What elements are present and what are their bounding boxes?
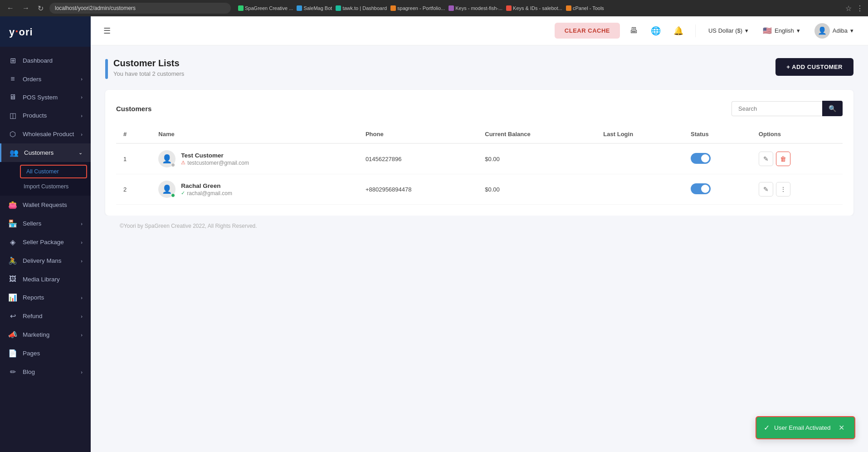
notification-button[interactable]: 🔔 <box>671 23 686 39</box>
star-icon[interactable]: ☆ <box>845 4 852 13</box>
cell-phone: +8802956894478 <box>358 174 478 205</box>
sidebar-item-delivery[interactable]: 🚴 Delivery Mans › <box>0 251 91 270</box>
reload-button[interactable]: ↻ <box>35 3 46 14</box>
language-selector[interactable]: 🇺🇸 English ▾ <box>759 25 804 37</box>
sidebar-item-marketing[interactable]: 📣 Marketing › <box>0 325 91 344</box>
sidebar-item-refund[interactable]: ↩ Refund › <box>0 307 91 325</box>
bookmark-1[interactable]: SpaGreen Creative ... <box>238 5 293 11</box>
toast-check-icon: ✓ <box>764 423 770 432</box>
bookmark-6[interactable]: Keys & IDs - salebot... <box>506 5 562 11</box>
customers-icon: 👥 <box>10 148 19 157</box>
customers-table: # Name Phone Current Balance Last Login … <box>116 125 843 205</box>
sidebar-item-reports[interactable]: 📊 Reports › <box>0 288 91 307</box>
marketing-icon: 📣 <box>8 330 17 339</box>
bookmark-7[interactable]: cPanel - Tools <box>566 5 604 11</box>
browser-chrome: ← → ↻ localhost/yoori2/admin/customers S… <box>0 0 868 16</box>
header-divider <box>695 25 696 37</box>
status-toggle[interactable] <box>691 183 711 194</box>
table-body: 1 👤 Test Customer <box>116 143 843 205</box>
forward-button[interactable]: → <box>20 3 32 13</box>
sidebar-item-pages[interactable]: 📄 Pages <box>0 344 91 363</box>
status-toggle[interactable] <box>691 153 711 164</box>
sidebar-item-label: Sellers <box>23 220 41 227</box>
customers-table-card: Customers 🔍 # Name Phone Current Balance <box>105 90 853 216</box>
sellers-icon: 🏪 <box>8 219 17 228</box>
sidebar-item-blog[interactable]: ✏ Blog › <box>0 363 91 381</box>
bookmark-4[interactable]: spagreen - Portfolio... <box>390 5 445 11</box>
delete-button[interactable]: 🗑 <box>776 152 790 166</box>
customer-details: Rachal Green ✓ rachal@gmail.com <box>181 182 232 197</box>
sidebar-item-seller-package[interactable]: ◈ Seller Package › <box>0 233 91 251</box>
cell-name: 👤 Test Customer ⚠ testcustomer@gmail.com <box>151 143 358 174</box>
cell-options: ✎ ⋮ <box>751 174 843 205</box>
sidebar-item-wallet[interactable]: 👛 Wallet Requests <box>0 196 91 214</box>
cell-balance: $0.00 <box>478 143 596 174</box>
add-customer-button[interactable]: + ADD CUSTOMER <box>775 58 853 76</box>
refund-icon: ↩ <box>8 312 17 320</box>
sidebar-item-label: POS System <box>23 94 58 101</box>
globe-button[interactable]: 🌐 <box>648 23 663 39</box>
products-icon: ◫ <box>8 111 17 120</box>
search-button[interactable]: 🔍 <box>822 101 843 116</box>
clear-cache-button[interactable]: CLEAR CACHE <box>555 23 620 39</box>
submenu-item-all-customer[interactable]: All Customer <box>20 165 87 178</box>
bookmark-3[interactable]: tawk.to | Dashboard <box>336 5 387 11</box>
chevron-right-icon: › <box>81 314 83 319</box>
sidebar-item-sellers[interactable]: 🏪 Sellers › <box>0 214 91 233</box>
customer-name: Test Customer <box>181 152 249 159</box>
hamburger-button[interactable]: ☰ <box>102 24 112 38</box>
table-row: 2 👤 Rachal Green <box>116 174 843 205</box>
col-phone: Phone <box>358 125 478 143</box>
sidebar-item-products[interactable]: ◫ Products › <box>0 106 91 125</box>
col-num: # <box>116 125 151 143</box>
col-name: Name <box>151 125 358 143</box>
toast-close-button[interactable]: ✕ <box>839 423 844 432</box>
chevron-right-icon: › <box>81 258 83 264</box>
sidebar-item-label: Orders <box>23 76 41 83</box>
toggle-slider <box>691 183 711 194</box>
sidebar-item-pos[interactable]: 🖥 POS System › <box>0 88 91 106</box>
bookmark-2[interactable]: SaleMag Bot <box>297 5 332 11</box>
sidebar-item-label: Pages <box>23 350 40 357</box>
back-button[interactable]: ← <box>5 3 16 13</box>
menu-icon[interactable]: ⋮ <box>856 4 863 13</box>
search-input[interactable] <box>731 101 822 116</box>
table-card-header: Customers 🔍 <box>116 101 843 116</box>
footer-text: ©Yoori by SpaGreen Creative 2022, All Ri… <box>120 223 257 229</box>
url-text: localhost/yoori2/admin/customers <box>55 5 136 11</box>
table-header-row: # Name Phone Current Balance Last Login … <box>116 125 843 143</box>
sidebar: y·ori ⊞ Dashboard ≡ Orders › 🖥 POS Syste… <box>0 16 91 452</box>
bookmark-5[interactable]: Keys - modest-fish-... <box>449 5 502 11</box>
page-subtitle: You have total 2 customers <box>113 70 184 77</box>
url-bar[interactable]: localhost/yoori2/admin/customers <box>49 3 231 14</box>
cell-status <box>683 143 751 174</box>
customer-email: ✓ rachal@gmail.com <box>181 190 232 197</box>
user-menu[interactable]: 👤 Adiba ▾ <box>811 21 857 40</box>
edit-button[interactable]: ✎ <box>759 152 773 166</box>
page-title-section: Customer Lists You have total 2 customer… <box>105 58 184 79</box>
sidebar-item-media[interactable]: 🖼 Media Library <box>0 270 91 288</box>
chevron-right-icon: › <box>81 240 83 245</box>
submenu-item-import-customers[interactable]: Import Customers <box>0 179 91 194</box>
customer-details: Test Customer ⚠ testcustomer@gmail.com <box>181 152 249 166</box>
sidebar-item-dashboard[interactable]: ⊞ Dashboard <box>0 51 91 70</box>
chevron-right-icon: › <box>81 221 83 226</box>
media-icon: 🖼 <box>8 275 17 283</box>
sidebar-item-label: Seller Package <box>23 239 64 246</box>
cell-phone: 01456227896 <box>358 143 478 174</box>
page-title: Customer Lists <box>113 58 184 69</box>
sidebar-item-label: Refund <box>23 313 43 319</box>
sidebar-item-customers[interactable]: 👥 Customers ⌄ <box>0 143 91 162</box>
top-header: ☰ CLEAR CACHE 🖶 🌐 🔔 US Dollar ($) ▾ 🇺🇸 E… <box>91 16 868 45</box>
col-status: Status <box>683 125 751 143</box>
print-button[interactable]: 🖶 <box>627 23 641 38</box>
customer-email: ⚠ testcustomer@gmail.com <box>181 160 249 166</box>
more-options-button[interactable]: ⋮ <box>776 182 790 197</box>
table-card-title: Customers <box>116 105 151 113</box>
currency-selector[interactable]: US Dollar ($) ▾ <box>705 25 752 36</box>
edit-button[interactable]: ✎ <box>759 182 773 197</box>
col-last-login: Last Login <box>596 125 683 143</box>
sidebar-item-wholesale[interactable]: ⬡ Wholesale Product › <box>0 125 91 143</box>
sidebar-item-orders[interactable]: ≡ Orders › <box>0 70 91 88</box>
page-header: Customer Lists You have total 2 customer… <box>105 58 853 79</box>
